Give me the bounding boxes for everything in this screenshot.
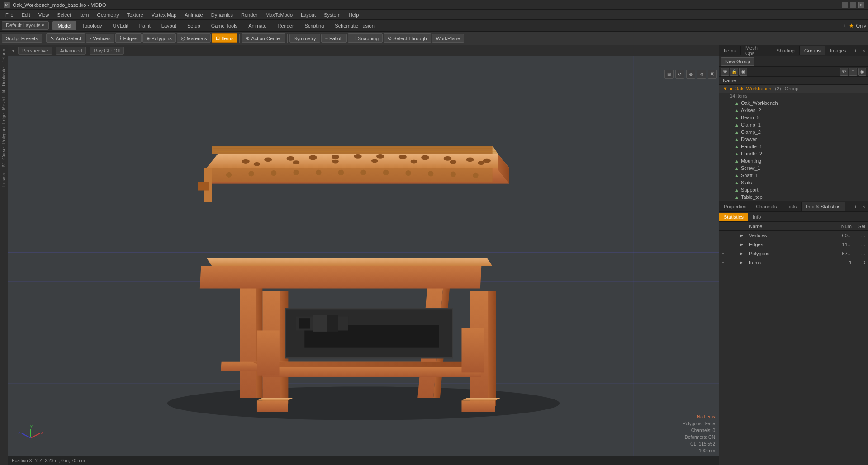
tab-render[interactable]: Render: [272, 21, 299, 30]
action-center-button[interactable]: ⊕ Action Center: [242, 33, 285, 43]
menu-render[interactable]: Render: [237, 11, 261, 19]
workplane-button[interactable]: WorkPlane: [432, 34, 465, 43]
stats-minus-items[interactable]: -: [730, 260, 739, 265]
select-through-button[interactable]: ⊙ Select Through: [384, 33, 431, 43]
add-tab-button[interactable]: +: [841, 22, 849, 29]
falloff-button[interactable]: ~ Falloff: [321, 34, 347, 43]
viewport-settings-icon[interactable]: ⚙: [697, 70, 706, 79]
polygons-button[interactable]: ◈ Polygons: [142, 33, 176, 43]
tree-item-2[interactable]: ▲ Beam_5: [719, 114, 868, 121]
rp-lock-icon[interactable]: 🔒: [730, 68, 738, 76]
stats-arrow-edges[interactable]: ▶: [739, 242, 748, 247]
stats-row-polygons[interactable]: + - ▶ Polygons 57... ...: [719, 249, 868, 258]
minimize-button[interactable]: ─: [842, 2, 848, 8]
stats-row-vertices[interactable]: + - ▶ Vertices 60... ...: [719, 231, 868, 240]
tab-schematic[interactable]: Schematic Fusion: [329, 21, 379, 30]
menu-dynamics[interactable]: Dynamics: [208, 11, 237, 19]
rpb-tab-channels[interactable]: Channels: [751, 202, 782, 211]
stats-expand-edges[interactable]: +: [721, 242, 730, 247]
stats-minus-polygons[interactable]: -: [730, 251, 739, 256]
tree-item-7[interactable]: ▲ Handle_2: [719, 150, 868, 157]
tree-item-6[interactable]: ▲ Handle_1: [719, 143, 868, 150]
rp-eye-icon[interactable]: 👁: [721, 68, 729, 76]
menu-edit[interactable]: Edit: [18, 11, 34, 19]
tab-uvedit[interactable]: UVEdit: [108, 21, 134, 30]
stats-row-items[interactable]: + - ▶ Items 1 0: [719, 258, 868, 267]
stats-expand-items[interactable]: +: [721, 260, 730, 265]
add-rpb-tab-button[interactable]: +: [851, 202, 859, 211]
tree-item-3[interactable]: ▲ Clamp_1: [719, 121, 868, 128]
rp-tab-items[interactable]: Items: [719, 46, 741, 55]
left-panel-meshedit[interactable]: Mesh Edit: [0, 88, 7, 112]
maximize-button[interactable]: □: [850, 2, 856, 8]
left-panel-fusion[interactable]: Fusion: [0, 171, 7, 188]
rpb-tab-infostats[interactable]: Info & Statistics: [802, 202, 845, 211]
menu-vertexmap[interactable]: Vertex Map: [148, 11, 180, 19]
tree-item-1[interactable]: ▲ Axises_2: [719, 107, 868, 114]
tab-topology[interactable]: Topology: [76, 21, 107, 30]
tree-group-oak-workbench[interactable]: ▼ ■ Oak_Workbench (2) Group: [719, 85, 868, 93]
rp-vis2-icon[interactable]: ◉: [858, 68, 866, 76]
viewport-reset-icon[interactable]: ↺: [675, 70, 684, 79]
rp-tab-meshops[interactable]: Mesh Ops: [741, 43, 772, 58]
tree-item-8[interactable]: ▲ Mounting: [719, 157, 868, 164]
tab-paint[interactable]: Paint: [134, 21, 156, 30]
items-button[interactable]: ⊞ Items: [212, 33, 237, 43]
menu-maxtomode[interactable]: MaxToModo: [262, 11, 296, 19]
menu-view[interactable]: View: [35, 11, 53, 19]
rp-tab-groups[interactable]: Groups: [800, 46, 825, 55]
viewport-perspective[interactable]: Perspective: [18, 47, 52, 55]
tree-item-11[interactable]: ▲ Slats: [719, 179, 868, 186]
materials-button[interactable]: ◎ Materials: [177, 33, 211, 43]
tab-model[interactable]: Model: [52, 21, 77, 30]
rpb-tab-properties[interactable]: Properties: [719, 202, 751, 211]
viewport[interactable]: ◂ Perspective Advanced Ray GL: Off: [8, 45, 719, 465]
viewport-3d[interactable]: ⊞ ↺ ⊕ ⚙ ⇱ X Y Z No Items Po: [8, 56, 719, 465]
rp-eye2-icon[interactable]: 👁: [840, 68, 848, 76]
rp-lock2-icon[interactable]: □: [849, 68, 857, 76]
close-rpb-panel-button[interactable]: ×: [860, 202, 868, 211]
close-button[interactable]: ×: [858, 2, 864, 8]
stats-header-expand[interactable]: +: [721, 224, 730, 229]
left-panel-polygon[interactable]: Polygon: [0, 126, 7, 146]
stats-arrow-items[interactable]: ▶: [739, 260, 748, 265]
menu-file[interactable]: File: [2, 11, 17, 19]
symmetry-button[interactable]: Symmetry: [289, 34, 320, 43]
rp-tab-images[interactable]: Images: [825, 46, 851, 55]
edges-button[interactable]: ⌇ Edges: [115, 33, 141, 43]
rpb-subtab-info[interactable]: Info: [748, 213, 765, 221]
tree-item-10[interactable]: ▲ Shaft_1: [719, 172, 868, 179]
tree-item-9[interactable]: ▲ Screw_1: [719, 164, 868, 172]
tree-item-0[interactable]: ▲ Oak_Workbench: [719, 99, 868, 107]
rp-vis-icon[interactable]: ◉: [739, 68, 747, 76]
viewport-raygl[interactable]: Ray GL: Off: [90, 47, 124, 55]
stats-arrow-polygons[interactable]: ▶: [739, 251, 748, 256]
viewport-advanced[interactable]: Advanced: [56, 47, 86, 55]
left-panel-duplicate[interactable]: Duplicate: [0, 66, 7, 88]
tree-item-4[interactable]: ▲ Clamp_2: [719, 128, 868, 136]
menu-system[interactable]: System: [320, 11, 344, 19]
left-panel-uv[interactable]: UV: [0, 161, 7, 171]
stats-minus-edges[interactable]: -: [730, 242, 739, 247]
stats-minus-vertices[interactable]: -: [730, 233, 739, 238]
rpb-tab-lists[interactable]: Lists: [782, 202, 802, 211]
sculpt-button[interactable]: Sculpt Presets: [2, 34, 42, 43]
rpb-subtab-statistics[interactable]: Statistics: [719, 213, 748, 221]
menu-texture[interactable]: Texture: [123, 11, 147, 19]
rp-tab-shading[interactable]: Shading: [772, 46, 800, 55]
stats-arrow-vertices[interactable]: ▶: [739, 233, 748, 238]
menu-layout[interactable]: Layout: [297, 11, 319, 19]
menu-item[interactable]: Item: [76, 11, 92, 19]
viewport-fit-icon[interactable]: ⊞: [664, 70, 674, 79]
auto-select-button[interactable]: ↖ Auto Select: [46, 33, 85, 43]
layout-dropdown[interactable]: Default Layouts ▾: [2, 21, 49, 30]
stats-expand-vertices[interactable]: +: [721, 233, 730, 238]
left-panel-curve[interactable]: Curve: [0, 146, 7, 161]
tab-layout[interactable]: Layout: [156, 21, 182, 30]
tab-gametools[interactable]: Game Tools: [206, 21, 243, 30]
viewport-expand-icon[interactable]: ⇱: [708, 70, 717, 79]
menu-geometry[interactable]: Geometry: [93, 11, 122, 19]
tab-scripting[interactable]: Scripting: [299, 21, 330, 30]
snapping-button[interactable]: ⊣ Snapping: [348, 33, 383, 43]
tree-item-12[interactable]: ▲ Support: [719, 186, 868, 193]
